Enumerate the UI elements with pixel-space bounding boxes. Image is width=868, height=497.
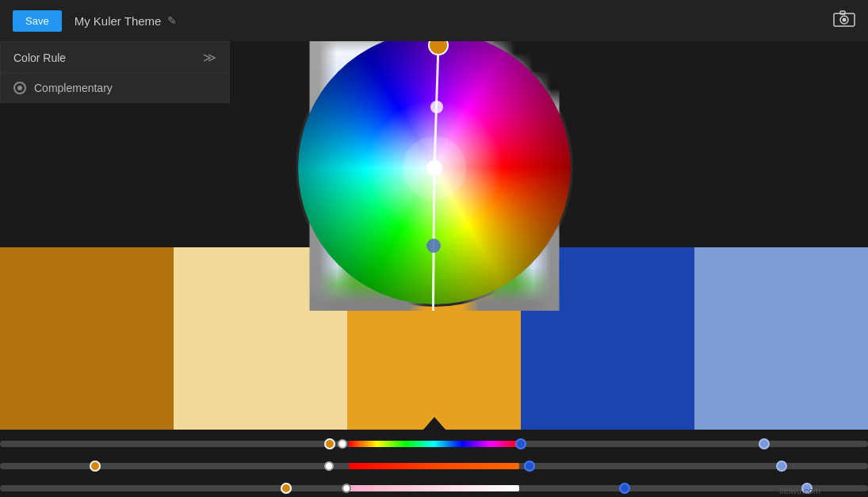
sat-thumb-3[interactable] — [524, 461, 535, 472]
sat-thumb-4[interactable] — [776, 461, 787, 472]
complementary-option[interactable]: Complementary — [0, 74, 230, 103]
theme-name-label: My Kuler Theme — [75, 14, 162, 28]
hue-gradient — [349, 441, 519, 447]
chevron-down-icon: ≫ — [203, 50, 216, 65]
swatch-5[interactable] — [694, 247, 868, 430]
bri-gradient — [349, 485, 519, 491]
hue-slider-row — [0, 434, 868, 454]
header: Save My Kuler Theme ✎ — [0, 0, 868, 41]
color-rule-dropdown[interactable]: Color Rule ≫ — [0, 41, 230, 74]
hue-thumb-2[interactable] — [338, 439, 347, 449]
svg-point-13 — [403, 136, 466, 200]
edit-icon[interactable]: ✎ — [167, 14, 177, 27]
hue-thumb-1[interactable] — [324, 438, 335, 449]
color-wheel-container[interactable]: (function() { var c = document.getElemen… — [292, 25, 577, 311]
color-rule-title: Color Rule — [13, 52, 66, 64]
hue-thumb-3[interactable] — [515, 438, 526, 449]
brightness-slider-row — [0, 478, 868, 497]
sat-thumb-2[interactable] — [324, 461, 334, 471]
active-swatch-indicator — [423, 417, 445, 430]
saturation-slider-row — [0, 456, 868, 476]
watermark: ifeiwu.com — [779, 486, 820, 495]
complementary-label: Complementary — [34, 82, 113, 94]
bri-thumb-3[interactable] — [619, 483, 630, 494]
main-area: (function() { var c = document.getElemen… — [0, 41, 868, 497]
swatch-1[interactable] — [0, 247, 174, 430]
sat-thumb-1[interactable] — [90, 461, 101, 472]
color-wheel-svg — [292, 25, 577, 311]
camera-icon[interactable] — [833, 10, 855, 32]
sliders-area — [0, 434, 868, 497]
radio-inner — [17, 86, 22, 90]
save-button[interactable]: Save — [13, 10, 62, 32]
svg-point-3 — [843, 18, 847, 22]
bri-thumb-2[interactable] — [281, 483, 292, 494]
theme-title-area: My Kuler Theme ✎ — [75, 14, 178, 28]
bri-thumb-1[interactable] — [342, 484, 351, 493]
hue-thumb-4[interactable] — [759, 438, 770, 449]
svg-point-12 — [426, 239, 441, 253]
radio-icon — [13, 82, 26, 94]
svg-rect-2 — [840, 11, 845, 14]
sat-gradient — [349, 463, 519, 469]
svg-point-10 — [430, 101, 443, 113]
sidebar: Color Rule ≫ Complementary — [0, 41, 230, 103]
